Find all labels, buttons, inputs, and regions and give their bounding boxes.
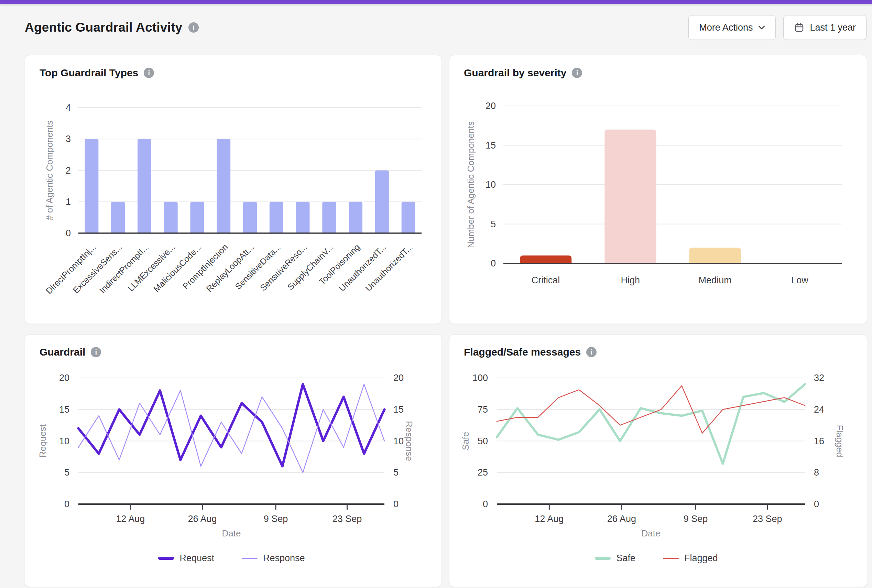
- date-range-label: Last 1 year: [810, 22, 856, 33]
- svg-text:5: 5: [491, 219, 496, 230]
- svg-text:23 Sep: 23 Sep: [333, 514, 362, 524]
- svg-text:2: 2: [66, 165, 71, 176]
- svg-text:5: 5: [393, 467, 399, 478]
- svg-text:0: 0: [64, 499, 69, 509]
- svg-text:Request: Request: [37, 424, 48, 458]
- card-title: Guardrail: [39, 346, 85, 358]
- svg-text:10: 10: [393, 436, 404, 446]
- svg-text:Response: Response: [404, 421, 414, 461]
- legend-label: Safe: [616, 553, 635, 564]
- svg-text:5: 5: [64, 467, 69, 478]
- info-icon[interactable]: [144, 68, 154, 78]
- svg-text:25: 25: [478, 467, 488, 478]
- more-actions-label: More Actions: [699, 22, 753, 33]
- svg-text:0: 0: [491, 258, 496, 268]
- svg-text:26 Aug: 26 Aug: [188, 514, 217, 524]
- svg-text:Low: Low: [791, 275, 808, 285]
- info-icon[interactable]: [586, 347, 596, 357]
- svg-text:UnauthorizedT...: UnauthorizedT...: [337, 242, 388, 293]
- legend-label: Request: [180, 553, 214, 564]
- svg-text:0: 0: [483, 499, 488, 509]
- legend-swatch: [595, 557, 611, 560]
- flagged-safe-messages-chart: 002585016752410032SafeFlagged12 Aug26 Au…: [449, 362, 867, 549]
- header-actions: More Actions Last 1 year: [688, 15, 866, 40]
- card-title-row: Flagged/Safe messages: [464, 346, 596, 358]
- svg-text:SensitiveReso...: SensitiveReso...: [258, 242, 309, 293]
- svg-text:SupplyChainV...: SupplyChainV...: [285, 242, 335, 292]
- card-title-row: Guardrail by severity: [464, 67, 582, 79]
- svg-text:3: 3: [66, 134, 71, 144]
- flagged-safe-messages-svg: 002585016752410032SafeFlagged12 Aug26 Au…: [449, 362, 867, 547]
- info-icon[interactable]: [572, 68, 582, 78]
- svg-text:9 Sep: 9 Sep: [683, 514, 708, 524]
- svg-text:0: 0: [393, 499, 399, 509]
- svg-text:75: 75: [478, 404, 488, 415]
- card-title-row: Guardrail: [39, 346, 101, 358]
- date-range-button[interactable]: Last 1 year: [783, 15, 866, 40]
- legend-swatch: [242, 558, 258, 559]
- calendar-icon: [794, 22, 804, 33]
- svg-text:DirectPromptInj...: DirectPromptInj...: [44, 242, 97, 296]
- svg-text:20: 20: [393, 373, 404, 383]
- legend-item-flagged[interactable]: Flagged: [663, 553, 718, 564]
- card-guardrail-by-severity: Guardrail by severity 05101520Number of …: [449, 55, 867, 324]
- svg-text:0: 0: [66, 228, 71, 238]
- info-icon[interactable]: [91, 347, 101, 357]
- svg-text:# of Agentic Components: # of Agentic Components: [44, 120, 55, 220]
- svg-text:LLMExcessive...: LLMExcessive...: [126, 242, 177, 293]
- chevron-down-icon: [758, 26, 765, 30]
- svg-text:24: 24: [814, 404, 824, 415]
- page-header: Agentic Guardrail Activity More Actions …: [25, 14, 866, 41]
- svg-text:12 Aug: 12 Aug: [535, 514, 563, 524]
- svg-text:High: High: [621, 275, 640, 285]
- svg-text:Date: Date: [641, 528, 661, 538]
- svg-text:12 Aug: 12 Aug: [116, 514, 145, 524]
- guardrail-svg: 0055101015152020RequestResponse12 Aug26 …: [25, 362, 442, 547]
- guardrail-by-severity-chart: 05101520Number of Agentic ComponentsCrit…: [449, 87, 867, 325]
- info-icon[interactable]: [189, 22, 199, 33]
- chart-legend: SafeFlagged: [505, 550, 808, 566]
- svg-text:15: 15: [393, 404, 404, 415]
- chart-legend: RequestResponse: [80, 550, 383, 566]
- svg-text:Medium: Medium: [699, 275, 732, 285]
- legend-item-request[interactable]: Request: [158, 553, 214, 564]
- svg-text:15: 15: [59, 404, 69, 415]
- top-guardrail-types-chart: 01234# of Agentic ComponentsDirectPrompt…: [25, 87, 442, 325]
- card-top-guardrail-types: Top Guardrail Types 01234# of Agentic Co…: [25, 55, 442, 324]
- guardrail-by-severity-svg: 05101520Number of Agentic ComponentsCrit…: [449, 87, 867, 324]
- svg-text:32: 32: [814, 373, 824, 383]
- svg-text:10: 10: [485, 180, 496, 190]
- svg-text:20: 20: [59, 373, 69, 383]
- card-title: Top Guardrail Types: [39, 67, 138, 79]
- legend-swatch: [663, 558, 679, 559]
- svg-text:Critical: Critical: [532, 275, 560, 285]
- svg-text:8: 8: [814, 467, 819, 478]
- svg-text:23 Sep: 23 Sep: [753, 514, 782, 524]
- svg-text:1: 1: [66, 197, 71, 207]
- legend-item-safe[interactable]: Safe: [595, 553, 635, 564]
- legend-item-response[interactable]: Response: [242, 553, 305, 564]
- svg-text:0: 0: [814, 499, 819, 509]
- svg-text:9 Sep: 9 Sep: [264, 514, 288, 524]
- page-title: Agentic Guardrail Activity: [25, 20, 182, 35]
- svg-text:ReplayLoopAtt...: ReplayLoopAtt...: [204, 242, 256, 294]
- svg-text:ExcessiveSens...: ExcessiveSens...: [71, 242, 124, 295]
- legend-label: Response: [263, 553, 305, 564]
- svg-text:16: 16: [814, 436, 824, 446]
- page-title-group: Agentic Guardrail Activity: [25, 20, 199, 35]
- card-title-row: Top Guardrail Types: [39, 67, 154, 79]
- card-title: Flagged/Safe messages: [464, 346, 581, 358]
- card-flagged-safe-messages: Flagged/Safe messages 002585016752410032…: [449, 334, 867, 587]
- top-accent-bar: [0, 0, 872, 4]
- svg-text:20: 20: [485, 101, 496, 111]
- svg-text:100: 100: [472, 373, 488, 383]
- top-guardrail-types-svg: 01234# of Agentic ComponentsDirectPrompt…: [25, 87, 442, 324]
- svg-text:50: 50: [478, 436, 488, 446]
- svg-text:4: 4: [66, 102, 71, 113]
- svg-text:15: 15: [485, 140, 496, 151]
- more-actions-button[interactable]: More Actions: [688, 15, 776, 40]
- svg-text:Date: Date: [222, 528, 241, 538]
- svg-text:10: 10: [59, 436, 69, 446]
- svg-text:Flagged: Flagged: [835, 425, 845, 458]
- svg-text:PromptInjection: PromptInjection: [181, 242, 230, 291]
